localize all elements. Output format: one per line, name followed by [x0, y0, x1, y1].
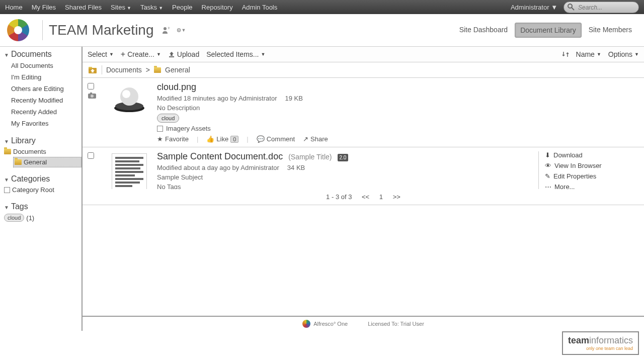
- folder-icon: [154, 67, 161, 73]
- selected-items-button[interactable]: Selected Items...▼: [206, 50, 265, 58]
- top-nav-right: Administrator ▼: [511, 2, 639, 13]
- download-icon: ⬇: [545, 151, 550, 159]
- eye-icon: 👁: [545, 162, 551, 169]
- nav-sites[interactable]: Sites▼: [111, 4, 131, 11]
- tree-category-root[interactable]: Category Root: [4, 185, 82, 195]
- site-nav-dashboard[interactable]: Site Dashboard: [454, 23, 513, 38]
- thumbsup-icon: 👍: [206, 135, 214, 143]
- up-folder-icon[interactable]: [88, 66, 98, 74]
- camera-icon[interactable]: [88, 92, 97, 99]
- breadcrumb-general[interactable]: General: [165, 66, 190, 74]
- svg-point-5: [178, 30, 179, 31]
- options-button[interactable]: Options▼: [608, 50, 639, 58]
- folder-icon: [4, 149, 11, 154]
- search-input[interactable]: [578, 4, 633, 11]
- sidebar-others-editing[interactable]: Others are Editing: [11, 83, 82, 95]
- svg-text:+: +: [168, 26, 170, 31]
- doc-row: cloud.png Modified 18 minutes ago by Adm…: [83, 78, 644, 147]
- doc-modified: Modified 18 minutes ago by Administrator…: [157, 95, 639, 102]
- svg-line-1: [572, 8, 574, 10]
- folder-icon: [15, 159, 22, 165]
- sidebar-categories-header[interactable]: Categories: [0, 171, 82, 185]
- tag-cloud[interactable]: cloud(1): [4, 212, 82, 223]
- svg-point-15: [122, 90, 130, 98]
- nav-sharedfiles[interactable]: Shared Files: [65, 4, 102, 11]
- doc-tag[interactable]: cloud: [157, 114, 179, 123]
- svg-point-2: [164, 27, 167, 30]
- top-nav-left: Home My Files Shared Files Sites▼ Tasks▼…: [5, 4, 277, 11]
- sort-button[interactable]: Name▼: [576, 50, 601, 58]
- select-button[interactable]: Select▼: [88, 50, 114, 58]
- nav-repository[interactable]: Repository: [202, 4, 233, 11]
- comment-icon: 💬: [257, 135, 265, 143]
- doc-modified: Modified about a day ago by Administrato…: [157, 164, 538, 171]
- breadcrumb-documents[interactable]: Documents: [106, 66, 142, 74]
- star-icon: ★: [157, 135, 163, 143]
- svg-point-0: [568, 4, 572, 8]
- tree-general[interactable]: General: [13, 157, 82, 167]
- svg-rect-11: [90, 93, 92, 94]
- comment-action[interactable]: 💬Comment: [257, 135, 295, 143]
- view-browser-action[interactable]: 👁View In Browser: [545, 162, 639, 169]
- page-range: 1 - 3 of 3: [326, 193, 352, 201]
- thumbnail[interactable]: [102, 82, 157, 143]
- more-action[interactable]: ⋯More...: [545, 183, 639, 189]
- page-next[interactable]: >>: [393, 193, 400, 201]
- page-current[interactable]: 1: [379, 193, 383, 201]
- sort-toggle-icon[interactable]: [562, 51, 569, 58]
- site-title: TEAM Marketing: [49, 22, 154, 38]
- doc-title[interactable]: Sample Content Document.doc (Sample Titl…: [157, 151, 538, 162]
- tree-documents[interactable]: Documents: [4, 146, 82, 157]
- favorite-action[interactable]: ★Favorite: [157, 135, 189, 143]
- nav-people[interactable]: People: [172, 4, 192, 11]
- nav-tasks[interactable]: Tasks▼: [140, 4, 163, 11]
- create-button[interactable]: +Create...▼: [121, 50, 161, 59]
- svg-rect-8: [89, 67, 92, 68]
- footer-license: Licensed To: Trial User: [368, 321, 424, 327]
- doc-toolbar: Select▼ +Create...▼ Upload Selected Item…: [83, 47, 644, 62]
- thumbnail[interactable]: [102, 151, 157, 189]
- doc-category: Imagery Assets: [157, 125, 639, 132]
- sidebar-recently-modified[interactable]: Recently Modified: [11, 95, 82, 106]
- site-nav-doclib[interactable]: Document Library: [515, 23, 582, 38]
- upload-button[interactable]: Upload: [168, 50, 199, 58]
- svg-point-10: [91, 95, 94, 98]
- page-prev[interactable]: <<: [362, 193, 369, 201]
- row-hover-actions: ⬇Download 👁View In Browser ✎Edit Propert…: [538, 151, 639, 189]
- sidebar-documents-header[interactable]: Documents: [0, 47, 82, 60]
- version-badge: 2.0: [338, 154, 349, 161]
- breadcrumb: Documents > General: [83, 62, 644, 78]
- document-list: cloud.png Modified 18 minutes ago by Adm…: [83, 78, 644, 189]
- site-nav-members[interactable]: Site Members: [584, 23, 637, 38]
- sidebar-all-documents[interactable]: All Documents: [11, 60, 82, 71]
- nav-home[interactable]: Home: [5, 4, 23, 11]
- download-action[interactable]: ⬇Download: [545, 151, 639, 159]
- pencil-icon: ✎: [545, 172, 550, 180]
- nav-myfiles[interactable]: My Files: [32, 4, 56, 11]
- doc-title[interactable]: cloud.png: [157, 82, 639, 93]
- invite-users-icon[interactable]: +: [161, 25, 171, 35]
- search-icon: [567, 3, 575, 11]
- sidebar-tags-header[interactable]: Tags: [0, 199, 82, 212]
- sidebar: Documents All Documents I'm Editing Othe…: [0, 47, 83, 331]
- like-action[interactable]: 👍Like0: [206, 135, 238, 143]
- gear-icon[interactable]: ▼: [176, 25, 186, 35]
- search-box[interactable]: [564, 2, 639, 13]
- sidebar-library-header[interactable]: Library: [0, 133, 82, 146]
- site-nav: Site Dashboard Document Library Site Mem…: [454, 23, 637, 38]
- row-checkbox[interactable]: [88, 152, 94, 159]
- row-checkbox[interactable]: [88, 83, 94, 89]
- category-icon: [157, 126, 163, 132]
- edit-properties-action[interactable]: ✎Edit Properties: [545, 172, 639, 180]
- breadcrumb-sep: >: [146, 66, 150, 74]
- app-logo: [7, 19, 29, 41]
- doc-tags: No Tags: [157, 183, 538, 189]
- sidebar-recently-added[interactable]: Recently Added: [11, 106, 82, 118]
- user-menu[interactable]: Administrator ▼: [511, 4, 557, 11]
- doc-description: No Description: [157, 104, 639, 112]
- sidebar-im-editing[interactable]: I'm Editing: [11, 71, 82, 83]
- sidebar-my-favorites[interactable]: My Favorites: [11, 118, 82, 129]
- pagination: 1 - 3 of 3 << 1 >>: [83, 189, 644, 205]
- nav-admintools[interactable]: Admin Tools: [242, 4, 278, 11]
- share-action[interactable]: ↗Share: [303, 135, 328, 143]
